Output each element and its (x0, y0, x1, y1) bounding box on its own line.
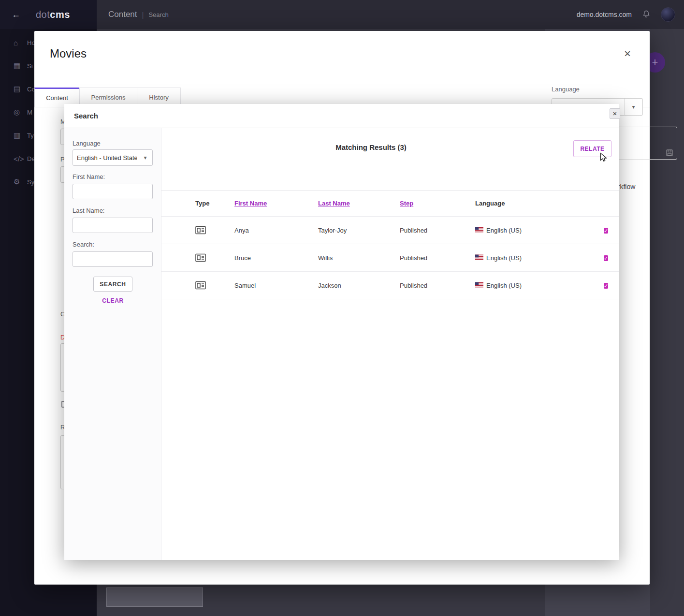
notifications-bell-icon[interactable] (641, 10, 651, 19)
topbar-right: demo.dotcms.com (577, 7, 675, 22)
cell-first-name: Bruce (234, 254, 318, 262)
us-flag-icon (475, 227, 483, 234)
marketing-target-icon: ◎ (14, 108, 27, 117)
chevron-down-icon: ▾ (624, 99, 642, 115)
dimmed-content-box (106, 587, 203, 607)
save-icon[interactable] (666, 149, 673, 156)
cell-language: English (US) (486, 227, 522, 234)
results-panel: Matching Results (3) RELATE Type First N… (161, 128, 619, 560)
breadcrumb-section[interactable]: Content (108, 10, 137, 19)
logo-part-2: cms (50, 9, 70, 20)
back-arrow-icon[interactable]: ← (12, 10, 20, 20)
breadcrumb-page: Search (148, 11, 168, 18)
content-type-icon (195, 281, 234, 290)
row-checkbox-checked[interactable]: ✓ (604, 283, 608, 289)
cell-language: English (US) (486, 282, 522, 289)
dialog-title: Search (74, 112, 98, 120)
us-flag-icon (475, 254, 483, 262)
cell-language: English (US) (486, 254, 522, 262)
search-button[interactable]: SEARCH (93, 277, 132, 292)
language-select-value: English - United States (77, 154, 137, 161)
cell-first-name: Anya (234, 227, 318, 234)
row-checkbox-checked[interactable]: ✓ (604, 255, 608, 261)
sidebar-item-label: Ty (27, 132, 34, 139)
column-last-name-sort[interactable]: Last Name (318, 200, 400, 207)
modal-close-icon[interactable]: × (621, 47, 634, 60)
search-label: Search: (73, 241, 94, 248)
language-label: Language (73, 140, 101, 147)
types-file-icon: ▥ (14, 131, 27, 140)
sidebar-item-label: M (27, 109, 32, 116)
logo-part-1: dot (36, 9, 50, 20)
language-select[interactable]: English - United States ▾ (73, 149, 153, 166)
column-type: Type (195, 200, 234, 207)
results-table: Type First Name Last Name Step Language … (161, 190, 619, 299)
search-input[interactable] (73, 251, 153, 267)
sidebar-item-label: Sy (27, 178, 34, 186)
modal-title: Movies (50, 47, 87, 60)
content-folder-icon: ▤ (14, 85, 27, 93)
clear-button[interactable]: CLEAR (64, 297, 161, 304)
plus-icon: + (652, 56, 658, 69)
breadcrumb-divider: | (142, 11, 144, 19)
column-first-name-sort[interactable]: First Name (234, 200, 318, 207)
first-name-label: First Name: (73, 173, 105, 180)
chevron-down-icon: ▾ (138, 150, 152, 165)
topbar: Content | Search demo.dotcms.com (97, 0, 684, 29)
results-table-header: Type First Name Last Name Step Language (161, 190, 619, 217)
system-gear-icon: ⚙ (14, 177, 27, 186)
table-row[interactable]: Bruce Willis Published English (US) ✓ (161, 244, 619, 272)
table-row[interactable]: Anya Taylor-Joy Published English (US) ✓ (161, 217, 619, 244)
search-relate-dialog: Search × Language English - United State… (64, 104, 619, 560)
site-browser-icon: ▦ (14, 61, 27, 70)
dialog-close-icon[interactable]: × (610, 108, 620, 119)
sidebar-header: ← dotcms (0, 0, 97, 29)
cell-step: Published (400, 254, 475, 262)
user-avatar[interactable] (661, 7, 675, 22)
content-type-icon (195, 253, 234, 262)
cell-step: Published (400, 227, 475, 234)
last-name-label: Last Name: (73, 207, 104, 214)
results-header-bar: Matching Results (3) RELATE (161, 128, 619, 166)
matching-results-title: Matching Results (3) (335, 143, 407, 151)
row-checkbox-checked[interactable]: ✓ (604, 228, 608, 234)
content-type-icon (195, 226, 234, 235)
table-row[interactable]: Samuel Jackson Published English (US) ✓ (161, 272, 619, 299)
column-step-sort[interactable]: Step (400, 200, 475, 207)
last-name-input[interactable] (73, 218, 153, 233)
column-language: Language (475, 200, 604, 207)
first-name-input[interactable] (73, 184, 153, 199)
relate-button[interactable]: RELATE (573, 140, 611, 157)
dotcms-logo: dotcms (36, 9, 70, 20)
host-name[interactable]: demo.dotcms.com (577, 11, 632, 18)
search-form-panel: Language English - United States ▾ First… (64, 128, 161, 560)
home-icon: ⌂ (14, 39, 27, 47)
dev-code-icon: </> (14, 155, 27, 163)
cell-last-name: Taylor-Joy (318, 227, 400, 234)
cell-last-name: Willis (318, 254, 400, 262)
cell-first-name: Samuel (234, 282, 318, 289)
dialog-header: Search × (64, 104, 619, 128)
sidebar-item-label: Si (27, 62, 33, 70)
cell-last-name: Jackson (318, 282, 400, 289)
cell-step: Published (400, 282, 475, 289)
us-flag-icon (475, 282, 483, 289)
modal-language-label: Language (552, 86, 580, 93)
